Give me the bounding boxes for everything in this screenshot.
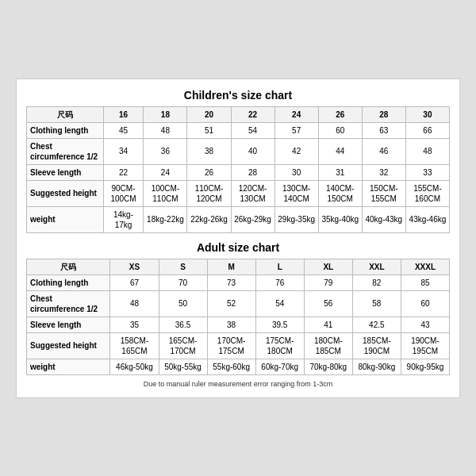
adult-col-header-3: M: [207, 259, 255, 274]
adult-cell-4-0: 46kg-50kg: [110, 359, 159, 374]
children-cell-3-0: 90CM-100CM: [103, 180, 144, 206]
children-row-4: weight14kg-17kg18kg-22kg22kg-26kg26kg-29…: [27, 206, 450, 232]
adult-cell-1-0: 48: [110, 290, 159, 317]
adult-row-1: Chest circumference 1/248505254565860: [27, 290, 450, 317]
children-col-header-6: 26: [318, 106, 362, 122]
adult-cell-0-1: 70: [159, 274, 207, 290]
children-row-label-4: weight: [27, 206, 104, 232]
children-cell-3-5: 140CM-150CM: [318, 180, 362, 206]
children-cell-0-6: 63: [362, 122, 405, 138]
children-cell-1-4: 42: [274, 138, 318, 164]
children-col-header-1: 16: [103, 106, 144, 122]
adult-cell-3-4: 180CM-185CM: [304, 332, 352, 359]
children-col-header-2: 18: [144, 106, 187, 122]
adult-cell-4-1: 50kg-55kg: [159, 359, 207, 374]
children-cell-0-1: 48: [144, 122, 187, 138]
children-chart-title: Children's size chart: [26, 89, 450, 102]
children-row-2: Sleeve length2224262830313233: [27, 164, 450, 180]
children-cell-0-0: 45: [103, 122, 144, 138]
adult-row-3: Suggested height158CM-165CM165CM-170CM17…: [27, 332, 450, 359]
children-cell-1-7: 48: [405, 138, 449, 164]
children-cell-2-3: 28: [231, 164, 274, 180]
adult-col-header-4: L: [255, 259, 304, 274]
adult-cell-4-5: 80kg-90kg: [352, 359, 401, 374]
adult-cell-3-0: 158CM-165CM: [110, 332, 159, 359]
adult-cell-0-5: 82: [352, 274, 401, 290]
adult-row-2: Sleeve length3536.53839.54142.543: [27, 317, 450, 332]
adult-row-label-2: Sleeve length: [27, 317, 110, 332]
adult-cell-2-5: 42.5: [352, 317, 401, 332]
adult-cell-1-2: 52: [207, 290, 255, 317]
adult-col-header-0: 尺码: [27, 259, 110, 274]
children-cell-3-1: 100CM-110CM: [144, 180, 187, 206]
adult-col-header-1: XS: [110, 259, 159, 274]
adult-cell-3-1: 165CM-170CM: [159, 332, 207, 359]
adult-cell-3-5: 185CM-190CM: [352, 332, 401, 359]
children-cell-1-3: 40: [231, 138, 274, 164]
children-cell-0-4: 57: [274, 122, 318, 138]
children-col-header-5: 24: [274, 106, 318, 122]
adult-cell-0-6: 85: [401, 274, 449, 290]
adult-cell-0-0: 67: [110, 274, 159, 290]
adult-row-label-0: Clothing length: [27, 274, 110, 290]
adult-col-header-5: XL: [304, 259, 352, 274]
adult-cell-4-3: 60kg-70kg: [255, 359, 304, 374]
adult-cell-1-6: 60: [401, 290, 449, 317]
children-row-label-2: Sleeve length: [27, 164, 104, 180]
adult-row-4: weight46kg-50kg50kg-55kg55kg-60kg60kg-70…: [27, 359, 450, 374]
adult-cell-4-6: 90kg-95kg: [401, 359, 449, 374]
adult-cell-0-4: 79: [304, 274, 352, 290]
adult-col-header-6: XXL: [352, 259, 401, 274]
children-cell-2-7: 33: [405, 164, 449, 180]
children-cell-2-4: 30: [274, 164, 318, 180]
adult-cell-2-4: 41: [304, 317, 352, 332]
adult-col-header-7: XXXL: [401, 259, 449, 274]
children-cell-4-7: 43kg-46kg: [405, 206, 449, 232]
children-col-header-3: 20: [187, 106, 231, 122]
children-cell-0-7: 66: [405, 122, 449, 138]
children-cell-2-2: 26: [187, 164, 231, 180]
children-cell-0-3: 54: [231, 122, 274, 138]
children-cell-0-2: 51: [187, 122, 231, 138]
adult-chart-title: Adult size chart: [26, 241, 450, 254]
children-cell-2-5: 31: [318, 164, 362, 180]
children-cell-3-6: 150CM-155CM: [362, 180, 405, 206]
footer-note: Due to manual ruler measurement error ra…: [26, 380, 450, 388]
adult-cell-4-2: 55kg-60kg: [207, 359, 255, 374]
children-col-header-4: 22: [231, 106, 274, 122]
children-col-header-0: 尺码: [27, 106, 104, 122]
adult-cell-1-3: 54: [255, 290, 304, 317]
adult-cell-4-4: 70kg-80kg: [304, 359, 352, 374]
adult-cell-3-3: 175CM-180CM: [255, 332, 304, 359]
adult-row-label-1: Chest circumference 1/2: [27, 290, 110, 317]
children-cell-3-7: 155CM-160CM: [405, 180, 449, 206]
children-cell-4-4: 29kg-35kg: [274, 206, 318, 232]
children-row-0: Clothing length4548515457606366: [27, 122, 450, 138]
children-cell-2-6: 32: [362, 164, 405, 180]
children-cell-4-3: 26kg-29kg: [231, 206, 274, 232]
children-cell-1-0: 34: [103, 138, 144, 164]
adult-row-0: Clothing length67707376798285: [27, 274, 450, 290]
children-cell-1-5: 44: [318, 138, 362, 164]
adult-col-header-2: S: [159, 259, 207, 274]
children-col-header-7: 28: [362, 106, 405, 122]
children-cell-4-2: 22kg-26kg: [187, 206, 231, 232]
adult-cell-2-6: 43: [401, 317, 449, 332]
children-table: 尺码1618202224262830 Clothing length454851…: [26, 106, 450, 233]
children-cell-3-3: 120CM-130CM: [231, 180, 274, 206]
adult-cell-1-4: 56: [304, 290, 352, 317]
adult-cell-3-2: 170CM-175CM: [207, 332, 255, 359]
adult-row-label-3: Suggested height: [27, 332, 110, 359]
size-chart-container: Children's size chart 尺码1618202224262830…: [16, 79, 460, 398]
adult-cell-1-5: 58: [352, 290, 401, 317]
adult-cell-2-2: 38: [207, 317, 255, 332]
adult-cell-0-2: 73: [207, 274, 255, 290]
children-row-3: Suggested height90CM-100CM100CM-110CM110…: [27, 180, 450, 206]
children-cell-4-6: 40kg-43kg: [362, 206, 405, 232]
children-cell-2-0: 22: [103, 164, 144, 180]
children-row-label-3: Suggested height: [27, 180, 104, 206]
adult-cell-3-6: 190CM-195CM: [401, 332, 449, 359]
children-cell-0-5: 60: [318, 122, 362, 138]
children-row-label-0: Clothing length: [27, 122, 104, 138]
children-cell-1-1: 36: [144, 138, 187, 164]
